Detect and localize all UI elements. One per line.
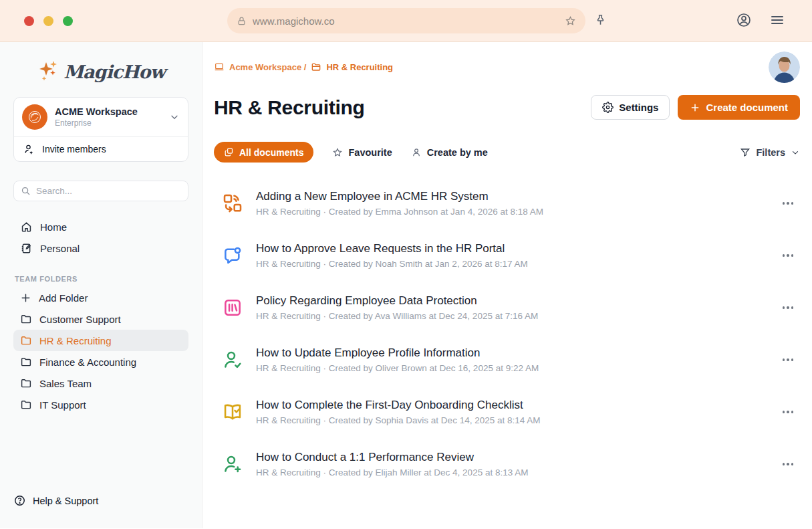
document-meta: HR & Recruiting · Created by Emma Johnso…	[256, 207, 779, 217]
plus-icon	[20, 292, 31, 304]
person-icon	[411, 147, 422, 158]
person-plus-icon	[222, 453, 245, 475]
settings-label: Settings	[619, 102, 658, 113]
document-title: How to Update Employee Profile Informati…	[256, 346, 779, 360]
search-input[interactable]	[36, 186, 181, 196]
help-circle-icon	[13, 494, 26, 507]
document-row[interactable]: Policy Regarding Employee Data Protectio…	[214, 282, 800, 334]
workspace-avatar	[22, 104, 47, 130]
workflow-icon	[222, 193, 245, 214]
workspace-name: ACME Workspace	[55, 106, 162, 117]
create-document-button[interactable]: Create document	[678, 95, 800, 120]
app-logo: MagicHow	[37, 60, 165, 84]
breadcrumb-workspace[interactable]: Acme Workspace /	[214, 62, 306, 72]
sidebar-folder-hr-recruiting[interactable]: HR & Recruiting	[13, 330, 188, 351]
document-row[interactable]: How to Update Employee Profile Informati…	[214, 334, 800, 386]
breadcrumb-folder-label: HR & Recruiting	[326, 62, 393, 72]
create-document-label: Create document	[706, 102, 788, 113]
close-window-button[interactable]	[24, 16, 34, 26]
folder-icon	[20, 313, 32, 325]
journal-icon	[20, 242, 33, 255]
page-title: HR & Recruiting	[214, 96, 365, 119]
invite-members-label: Invite members	[42, 144, 106, 154]
add-folder-label: Add Folder	[39, 292, 88, 304]
folder-icon	[20, 399, 32, 411]
breadcrumb: Acme Workspace / HR & Recruiting	[214, 62, 800, 72]
folder-icon	[20, 377, 32, 389]
document-title: Policy Regarding Employee Data Protectio…	[256, 294, 779, 308]
more-options-icon[interactable]	[779, 457, 798, 471]
star-icon	[332, 147, 343, 158]
workspace-card: ACME Workspace Enterprise Invite members	[13, 97, 188, 162]
document-meta: HR & Recruiting · Created by Ava William…	[256, 311, 779, 321]
folder-icon	[20, 334, 32, 346]
add-folder-button[interactable]: Add Folder	[13, 287, 188, 308]
sidebar-item-label: Personal	[40, 243, 80, 254]
minimize-window-button[interactable]	[43, 16, 53, 26]
user-avatar[interactable]	[769, 51, 800, 83]
tab-all-documents[interactable]: All documents	[214, 142, 313, 163]
tab-label: All documents	[239, 147, 303, 158]
funnel-icon	[740, 147, 751, 158]
document-row[interactable]: How to Approve Leave Requests in the HR …	[214, 229, 800, 282]
sidebar-folder-label: IT Support	[39, 399, 86, 411]
filters-dropdown[interactable]: Filters	[740, 147, 800, 158]
sidebar: MagicHow ACME Workspace Enterprise	[0, 42, 202, 528]
book-check-icon	[222, 401, 245, 423]
sidebar-item-home[interactable]: Home	[13, 216, 188, 237]
hamburger-menu-icon[interactable]	[769, 12, 785, 28]
filter-tabs: All documents Favourite Create by me Fil…	[214, 142, 800, 163]
gear-icon	[602, 102, 614, 113]
tab-create-by-me[interactable]: Create by me	[411, 147, 488, 158]
team-folders-section-label: TEAM FOLDERS	[15, 275, 188, 283]
chevron-down-icon	[169, 112, 180, 122]
lock-icon	[237, 16, 247, 26]
more-options-icon[interactable]	[779, 405, 798, 419]
search-box[interactable]	[13, 181, 188, 201]
pin-icon[interactable]	[593, 13, 607, 27]
sidebar-folder-label: HR & Recruiting	[39, 335, 112, 346]
home-icon	[20, 221, 33, 233]
more-options-icon[interactable]	[779, 301, 798, 314]
filters-label: Filters	[756, 147, 785, 158]
search-icon	[21, 186, 31, 196]
browser-chrome: www.magichow.co	[0, 0, 812, 42]
chat-bubble-icon	[222, 245, 245, 266]
sidebar-item-personal[interactable]: Personal	[13, 237, 188, 259]
document-title: How to Conduct a 1:1 Performance Review	[256, 451, 779, 464]
plus-icon	[690, 102, 700, 113]
document-list: Adding a New Employee in ACME HR System …	[214, 177, 800, 490]
more-options-icon[interactable]	[779, 353, 798, 366]
maximize-window-button[interactable]	[63, 16, 73, 26]
sidebar-folder-label: Finance & Accounting	[39, 356, 136, 368]
help-support-button[interactable]: Help & Support	[13, 494, 98, 507]
help-support-label: Help & Support	[33, 496, 98, 506]
tab-favourite[interactable]: Favourite	[332, 147, 392, 158]
document-row[interactable]: Adding a New Employee in ACME HR System …	[214, 177, 800, 229]
document-title: How to Complete the First-Day Onboarding…	[256, 399, 779, 412]
document-title: Adding a New Employee in ACME HR System	[256, 190, 779, 203]
document-row[interactable]: How to Complete the First-Day Onboarding…	[214, 386, 800, 438]
document-meta: HR & Recruiting · Created by Sophia Davi…	[256, 415, 779, 425]
settings-button[interactable]: Settings	[591, 95, 670, 120]
workspace-switcher[interactable]: ACME Workspace Enterprise	[14, 98, 188, 136]
sidebar-folder-customer-support[interactable]: Customer Support	[13, 308, 188, 330]
workspace-plan: Enterprise	[55, 118, 162, 128]
address-bar[interactable]: www.magichow.co	[227, 8, 585, 33]
account-icon[interactable]	[736, 12, 752, 28]
document-row[interactable]: How to Conduct a 1:1 Performance Review …	[214, 438, 800, 490]
sidebar-folder-sales-team[interactable]: Sales Team	[13, 373, 188, 394]
sidebar-folder-it-support[interactable]: IT Support	[13, 394, 188, 415]
documents-icon	[224, 147, 234, 157]
sidebar-folder-finance-accounting[interactable]: Finance & Accounting	[13, 351, 188, 373]
document-title: How to Approve Leave Requests in the HR …	[256, 242, 779, 255]
breadcrumb-folder[interactable]: HR & Recruiting	[311, 62, 393, 72]
app-name: MagicHow	[63, 62, 165, 82]
document-meta: HR & Recruiting · Created by Oliver Brow…	[256, 363, 779, 373]
more-options-icon[interactable]	[779, 249, 798, 262]
more-options-icon[interactable]	[779, 197, 798, 210]
sidebar-folder-label: Sales Team	[39, 378, 92, 389]
folder-icon	[311, 62, 321, 72]
bookmark-star-icon[interactable]	[565, 15, 576, 27]
invite-members-button[interactable]: Invite members	[14, 136, 188, 161]
